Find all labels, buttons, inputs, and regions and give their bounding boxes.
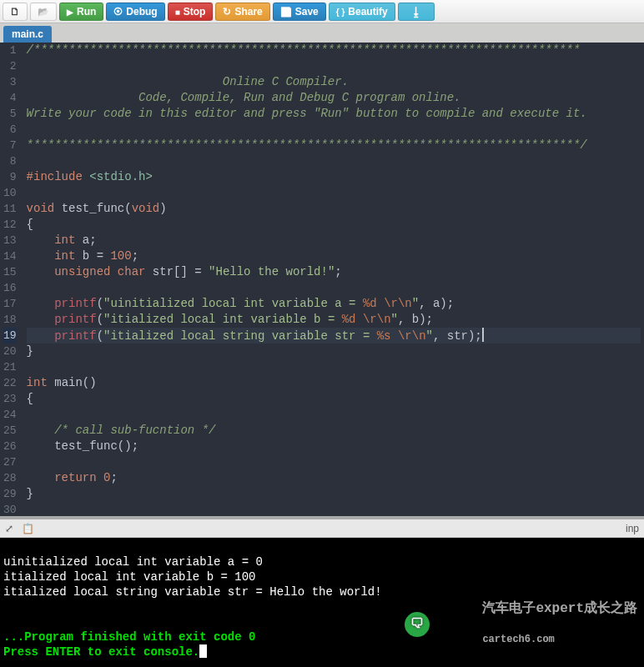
term-exit-line: ...Program finished with exit code 0 <box>3 630 255 644</box>
code-line[interactable]: Write your code in this editor and press… <box>27 106 641 122</box>
terminal-cursor <box>199 644 207 658</box>
watermark: 🗨 汽车电子expert成长之路 cartech6.com <box>405 586 637 662</box>
run-label: Run <box>77 6 96 18</box>
code-line[interactable]: { <box>27 217 641 233</box>
save-label: Save <box>295 6 319 18</box>
play-icon <box>67 6 73 18</box>
open-folder-icon <box>38 6 49 18</box>
code-line[interactable] <box>27 359 641 375</box>
code-line[interactable]: Online C Compiler. <box>27 74 641 90</box>
code-line[interactable] <box>27 153 641 169</box>
code-line[interactable]: printf("itialized local int variable b =… <box>27 312 641 328</box>
term-line: itialized local int variable b = 100 <box>3 570 263 584</box>
code-line[interactable]: /***************************************… <box>27 43 641 58</box>
code-line[interactable]: Code, Compile, Run and Debug C program o… <box>27 90 641 106</box>
stop-label: Stop <box>184 6 206 18</box>
debug-label: Debug <box>126 6 157 18</box>
code-line[interactable]: test_func(); <box>27 439 641 454</box>
code-line[interactable] <box>27 122 641 138</box>
share-icon <box>223 6 231 18</box>
code-line[interactable]: printf("itialized local string variable … <box>27 328 641 344</box>
line-gutter: 1234567891011121314151617181920212223242… <box>0 43 23 516</box>
watermark-text-1: 汽车电子expert成长之路 <box>482 601 637 616</box>
code-line[interactable]: #include <stdio.h> <box>27 169 641 185</box>
terminal-right-label: inp <box>626 523 639 534</box>
code-line[interactable]: int a; <box>27 233 641 248</box>
beautify-label: Beautify <box>348 6 387 18</box>
code-line[interactable]: return 0; <box>27 470 641 486</box>
save-button[interactable]: Save <box>273 3 326 21</box>
tab-main-c[interactable]: main.c <box>3 26 52 43</box>
share-label: Share <box>234 6 262 18</box>
stop-button[interactable]: Stop <box>168 3 214 21</box>
debug-icon <box>113 6 123 18</box>
copy-output-icon[interactable]: 📋 <box>22 523 34 534</box>
tab-bar: main.c <box>0 23 644 43</box>
term-line: itialized local string variable str = He… <box>3 585 389 599</box>
download-button[interactable] <box>398 3 435 21</box>
code-line[interactable]: ****************************************… <box>27 138 641 153</box>
terminal-toolbar: ⤢ 📋 inp <box>0 519 644 538</box>
expand-terminal-icon[interactable]: ⤢ <box>5 523 13 534</box>
code-line[interactable]: { <box>27 391 641 407</box>
term-line: uinitialized local int variable a = 0 <box>3 555 269 569</box>
wechat-icon: 🗨 <box>405 612 430 637</box>
beautify-button[interactable]: Beautify <box>329 3 395 21</box>
code-line[interactable]: unsigned char str[] = "Hello the world!"… <box>27 264 641 280</box>
terminal-output[interactable]: uinitialized local int variable a = 0 it… <box>0 538 644 667</box>
code-line[interactable]: /* call sub-fucntion */ <box>27 423 641 439</box>
debug-button[interactable]: Debug <box>106 3 164 21</box>
share-button[interactable]: Share <box>215 3 269 21</box>
run-button[interactable]: Run <box>59 3 103 21</box>
code-line[interactable]: } <box>27 344 641 359</box>
code-line[interactable] <box>27 280 641 296</box>
code-line[interactable] <box>27 185 641 201</box>
new-file-icon <box>10 6 20 18</box>
watermark-text-2: cartech6.com <box>482 634 554 645</box>
code-line[interactable]: void test_func(void) <box>27 201 641 217</box>
code-line[interactable]: int main() <box>27 375 641 391</box>
main-toolbar: Run Debug Stop Share Save Beautify <box>0 0 644 23</box>
new-file-button[interactable] <box>3 3 28 21</box>
braces-icon <box>336 6 345 18</box>
code-area[interactable]: /***************************************… <box>23 43 644 516</box>
term-prompt-line: Press ENTER to exit console. <box>3 645 199 659</box>
stop-icon <box>175 6 180 18</box>
code-editor[interactable]: 1234567891011121314151617181920212223242… <box>0 43 644 516</box>
code-line[interactable]: } <box>27 486 641 502</box>
open-file-button[interactable] <box>30 3 57 21</box>
code-line[interactable]: printf("uinitialized local int variable … <box>27 296 641 312</box>
code-line[interactable] <box>27 454 641 470</box>
download-icon <box>410 5 422 18</box>
code-line[interactable] <box>27 58 641 74</box>
code-line[interactable] <box>27 502 641 516</box>
save-icon <box>280 6 292 18</box>
code-line[interactable]: int b = 100; <box>27 248 641 264</box>
code-line[interactable] <box>27 407 641 423</box>
